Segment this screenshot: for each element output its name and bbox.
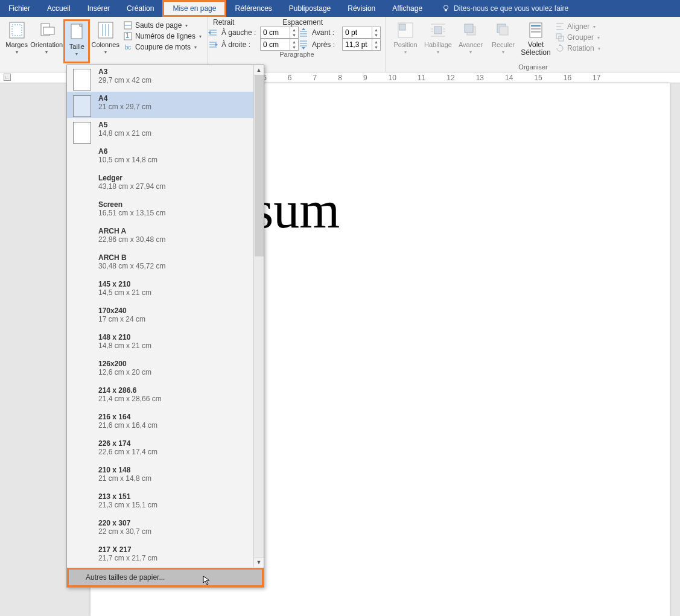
selection-pane-icon [527,22,544,39]
spin-up[interactable]: ▲ [372,27,380,33]
size-option-226-x-174[interactable]: 226 x 17422,6 cm x 17,4 cm [67,437,264,463]
more-paper-sizes-label: Autres tailles de papier... [86,573,165,582]
columns-icon [97,21,114,39]
group-icon [556,33,564,42]
tab-view[interactable]: Affichage [384,0,431,17]
spin-down[interactable]: ▼ [290,33,298,38]
size-option-arch-a[interactable]: ARCH A22,86 cm x 30,48 cm [67,224,264,251]
rotate-button[interactable]: Rotation▾ [553,43,603,53]
size-option-a4[interactable]: A421 cm x 29,7 cm [67,92,264,118]
size-dropdown-menu: A329,7 cm x 42 cmA421 cm x 29,7 cmA514,8… [66,65,264,588]
hyphenation-label: Coupure de mots [135,43,191,51]
spacing-after-value[interactable] [343,40,372,49]
size-dim: 21,3 cm x 15,1 cm [98,501,157,509]
spin-up[interactable]: ▲ [290,27,298,33]
svg-rect-23 [531,25,541,27]
tab-design[interactable]: Création [118,0,162,17]
orientation-button[interactable]: Orientation ▾ [31,19,62,63]
size-option-148-x-210[interactable]: 148 x 21014,8 cm x 21 cm [67,331,264,357]
page-icon [73,122,91,144]
size-option-214-x-286.6[interactable]: 214 x 286.621,4 cm x 28,66 cm [67,384,264,410]
size-option-a3[interactable]: A329,7 cm x 42 cm [67,65,264,92]
tab-mailings[interactable]: Publipostage [281,0,339,17]
spacing-after-icon [299,40,308,49]
spin-down[interactable]: ▼ [372,33,380,38]
indent-right-icon [208,40,218,49]
size-option-170x240[interactable]: 170x24017 cm x 24 cm [67,304,264,331]
size-option-213-x-151[interactable]: 213 x 15121,3 cm x 15,1 cm [67,490,264,516]
scrollbar[interactable]: ▲ ▼ [253,65,264,567]
spin-down[interactable]: ▼ [372,45,380,50]
size-option-217-x-217[interactable]: 217 X 21721,7 cm x 21,7 cm [67,543,264,568]
size-option-145-x-210[interactable]: 145 x 21014,5 cm x 21 cm [67,278,264,304]
selection-pane-button[interactable]: VoletSélection [520,19,551,63]
spacing-before-input[interactable]: ▲▼ [342,27,381,39]
position-button[interactable]: Position▾ [390,19,421,63]
size-name: 217 X 217 [98,545,157,554]
page-icon [73,69,91,90]
size-option-220-x-307[interactable]: 220 x 30722 cm x 30,7 cm [67,516,264,543]
indent-right-input[interactable]: ▲▼ [260,39,299,51]
indent-header: Retrait [213,18,234,27]
size-dim: 21,7 cm x 21,7 cm [98,554,157,562]
tab-review[interactable]: Révision [339,0,384,17]
tab-references[interactable]: Références [226,0,280,17]
wrap-button[interactable]: Habillage▾ [422,19,454,63]
line-numbers-button[interactable]: 1 Numéros de lignes▾ [121,31,204,41]
indent-left-icon [208,28,218,37]
tell-me-search[interactable]: Dites-nous ce que vous voulez faire [433,0,577,17]
spacing-before-icon [299,28,308,37]
size-option-arch-b[interactable]: ARCH B30,48 cm x 45,72 cm [67,251,264,278]
size-name: ARCH A [98,227,165,235]
size-dim: 14,8 cm x 21 cm [98,341,151,350]
scroll-thumb[interactable] [255,75,264,256]
size-dim: 12,6 cm x 20 cm [98,368,151,376]
align-icon [556,22,564,31]
align-button[interactable]: Aligner▾ [553,22,603,31]
spin-up[interactable]: ▲ [372,39,380,45]
spin-up[interactable]: ▲ [290,39,298,45]
spacing-after-input[interactable]: ▲▼ [342,39,381,51]
breaks-icon [124,21,132,30]
backward-button[interactable]: Reculer▾ [488,19,519,63]
indent-left-value[interactable] [261,28,290,37]
breaks-button[interactable]: Sauts de page▾ [121,21,204,30]
indent-right-value[interactable] [261,40,290,49]
hyphenation-icon: bc [125,44,132,51]
size-option-210-x-148[interactable]: 210 x 14821 cm x 14,8 cm [67,463,264,490]
tab-selector[interactable]: ∟ [4,74,11,81]
scroll-up-button[interactable]: ▲ [254,65,264,75]
tab-layout[interactable]: Mise en page [162,0,226,17]
size-option-216-x-164[interactable]: 216 x 16421,6 cm x 16,4 cm [67,410,264,437]
size-dim: 43,18 cm x 27,94 cm [98,182,165,191]
align-label: Aligner [567,22,589,31]
size-option-screen[interactable]: Screen16,51 cm x 13,15 cm [67,198,264,224]
spin-down[interactable]: ▼ [290,45,298,50]
rotate-label: Rotation [567,44,594,52]
tab-insert[interactable]: Insérer [79,0,118,17]
svg-rect-16 [399,24,405,30]
size-option-ledger[interactable]: Ledger43,18 cm x 27,94 cm [67,171,264,198]
wrap-label: Habillage [424,41,452,48]
indent-left-input[interactable]: ▲▼ [260,27,299,39]
orientation-icon [37,21,56,39]
tab-file[interactable]: Fichier [0,0,39,17]
tab-home[interactable]: Accueil [39,0,79,17]
size-option-a6[interactable]: A610,5 cm x 14,8 cm [67,145,264,171]
svg-rect-21 [500,27,508,35]
hyphenation-button[interactable]: bc Coupure de mots▾ [121,42,204,52]
more-paper-sizes-button[interactable]: Autres tailles de papier... [67,568,264,587]
paragraph-group-label: Paragraphe [208,51,386,59]
columns-label: Colonnes [91,41,119,48]
forward-button[interactable]: Avancer▾ [455,19,486,63]
size-name: 148 x 210 [98,333,151,341]
scroll-down-button[interactable]: ▼ [254,557,264,567]
columns-button[interactable]: Colonnes ▾ [91,19,119,63]
size-button[interactable]: Taille ▾ [63,19,90,63]
spacing-before-value[interactable] [343,28,372,37]
margins-button[interactable]: Marges ▾ [4,19,30,63]
size-option-a5[interactable]: A514,8 cm x 21 cm [67,118,264,145]
group-button[interactable]: Grouper▾ [553,33,603,42]
margins-label: Marges [5,41,28,48]
size-option-126x200[interactable]: 126x20012,6 cm x 20 cm [67,357,264,384]
